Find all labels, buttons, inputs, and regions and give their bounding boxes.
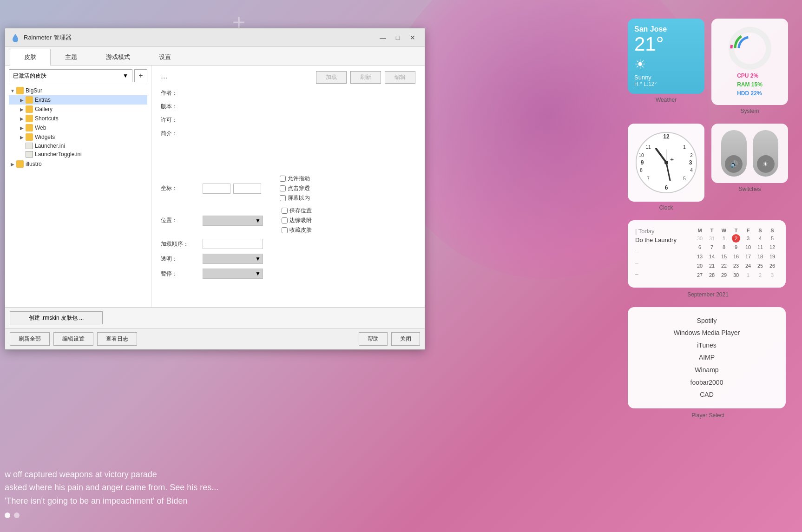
title-bar-left: Rainmeter 管理器 — [11, 33, 72, 42]
player-winamp[interactable]: Winamp — [637, 364, 776, 376]
tab-skins[interactable]: 皮肤 — [10, 49, 51, 66]
weather-city: San Jose — [634, 25, 698, 33]
tree-arrow-web: ▶ — [18, 125, 26, 131]
calendar-widget-wrapper: | Today Do the Laundry ––– MTWTFSS 30 31… — [628, 220, 788, 298]
allow-drag-label: 允许拖动 — [288, 175, 310, 183]
cal-dashes: ––– — [635, 246, 689, 280]
tree-item-launcher[interactable]: Launcher.ini — [9, 142, 147, 150]
minimize-button[interactable]: — — [376, 33, 389, 43]
favorite-checkbox[interactable] — [282, 227, 288, 233]
weather-temp: 21° — [634, 33, 698, 55]
snap-edges-checkbox[interactable] — [282, 217, 288, 223]
pause-dropdown[interactable]: ▼ — [203, 269, 263, 279]
shortcuts-folder-icon — [26, 115, 33, 122]
player-foobar[interactable]: foobar2000 — [637, 376, 776, 389]
load-button[interactable]: 加载 — [316, 71, 347, 84]
tab-settings[interactable]: 设置 — [145, 49, 185, 65]
coord-inputs — [203, 184, 261, 194]
tree-item-launchertoggle[interactable]: LauncherToggle.ini — [9, 150, 147, 158]
cal-row-5: 27282930 123 — [694, 271, 778, 280]
keep-on-screen-checkbox[interactable] — [280, 195, 286, 201]
dots-menu[interactable]: ... — [161, 71, 168, 84]
player-select-label: Player Select — [628, 412, 788, 419]
top-widgets-row: San Jose 21° ☀ Sunny H:° L:12° Weather — [628, 19, 788, 114]
weather-condition: Sunny — [634, 74, 698, 81]
skin-toolbar: 已激活的皮肤 ▼ + — [9, 69, 147, 82]
launchertoggle-label: LauncherToggle.ini — [35, 151, 82, 158]
tree-item-web[interactable]: ▶ Web — [9, 123, 147, 132]
tree-item-shortcuts[interactable]: ▶ Shortcuts — [9, 114, 147, 123]
license-label: 许可： — [161, 116, 198, 124]
allow-drag-checkbox[interactable] — [280, 176, 286, 182]
player-itunes[interactable]: iTunes — [637, 339, 776, 352]
tree-root-illustro[interactable]: ▶ illustro — [9, 159, 147, 169]
coord-y-input[interactable] — [233, 184, 261, 194]
volume-knob: 🔊 — [725, 155, 743, 173]
svg-text:4: 4 — [690, 168, 693, 173]
player-widget: Spotify Windows Media Player iTunes AIMP… — [628, 307, 786, 408]
news-dot-1[interactable] — [5, 512, 10, 518]
tree-item-gallery[interactable]: ▶ Gallery — [9, 105, 147, 114]
coord-x-input[interactable] — [203, 184, 230, 194]
create-rmskin-button[interactable]: 创建 .rmskin 皮肤包 ... — [10, 311, 103, 324]
tab-game-mode[interactable]: 游戏模式 — [92, 49, 145, 65]
weather-label: Weather — [628, 97, 704, 103]
save-position-checkbox[interactable] — [282, 208, 288, 214]
cal-row-3: 13141516171819 — [694, 252, 778, 262]
active-skins-dropdown[interactable]: 已激活的皮肤 ▼ — [9, 69, 132, 82]
cal-row-4: 20212223242526 — [694, 262, 778, 271]
calendar-widget: | Today Do the Laundry ––– MTWTFSS 30 31… — [628, 220, 786, 288]
refresh-button[interactable]: 刷新 — [350, 71, 381, 84]
edit-settings-button[interactable]: 编辑设置 — [53, 332, 93, 346]
news-dots — [5, 512, 797, 518]
load-order-input[interactable] — [203, 239, 263, 249]
switches-label: Switches — [711, 186, 788, 192]
add-skin-button[interactable]: + — [134, 69, 147, 82]
tree-item-widgets[interactable]: ▶ Widgets — [9, 132, 147, 142]
version-label: 版本： — [161, 103, 198, 111]
widgets-label: Widgets — [35, 134, 55, 140]
desc-row: 简介： — [161, 130, 415, 138]
tree-item-extras[interactable]: ▶ Extras — [9, 95, 147, 105]
close-window-button[interactable]: 关闭 — [391, 332, 420, 346]
position-row: 位置： ▼ 保存位置 边缘吸附 — [161, 207, 415, 234]
ram-stat: RAM 15% — [737, 80, 763, 89]
player-wmp[interactable]: Windows Media Player — [637, 327, 776, 339]
refresh-all-button[interactable]: 刷新全部 — [10, 332, 50, 346]
edit-button[interactable]: 编辑 — [385, 71, 415, 84]
tree-arrow-gallery: ▶ — [18, 107, 26, 112]
bigsur-folder-icon — [16, 87, 24, 94]
player-aimp[interactable]: AIMP — [637, 351, 776, 364]
transparency-dropdown[interactable]: ▼ — [203, 254, 263, 264]
extras-folder-icon — [26, 96, 33, 104]
footer-right: 帮助 关闭 — [359, 332, 420, 346]
maximize-button[interactable]: □ — [391, 33, 404, 43]
click-through-checkbox[interactable] — [280, 185, 286, 191]
checkboxes-col: 允许拖动 点击穿透 屏幕以内 — [280, 175, 310, 202]
checkboxes-col-2: 保存位置 边缘吸附 收藏皮肤 — [282, 207, 312, 234]
brightness-switch[interactable]: ☀ — [753, 130, 778, 177]
task-text: Do the Laundry — [635, 236, 689, 243]
system-label: System — [711, 108, 788, 114]
clock-face-svg: 12 3 6 9 1 2 4 5 7 8 10 11 — [634, 130, 699, 195]
tree-arrow-extras: ▶ — [18, 98, 26, 103]
system-widget: CPU 2% RAM 15% HDD 22% — [711, 19, 788, 105]
news-dot-2[interactable] — [14, 512, 20, 518]
help-button[interactable]: 帮助 — [359, 332, 388, 346]
volume-switch[interactable]: 🔊 — [721, 130, 747, 177]
shortcuts-label: Shortcuts — [35, 115, 59, 122]
svg-point-0 — [731, 30, 769, 67]
close-button[interactable]: ✕ — [406, 33, 419, 43]
calendar-month-label: September 2021 — [628, 291, 788, 298]
position-dropdown[interactable]: ▼ — [203, 216, 263, 226]
clock-widget: 12 3 6 9 1 2 4 5 7 8 10 11 — [628, 124, 704, 202]
tab-themes[interactable]: 主题 — [51, 49, 92, 65]
tree-root-bigsur[interactable]: ▼ BigSur — [9, 86, 147, 95]
footer-left: 刷新全部 编辑设置 查看日志 — [10, 332, 137, 346]
player-cad[interactable]: CAD — [637, 388, 776, 401]
illustro-label: illustro — [26, 161, 42, 167]
clock-widget-wrapper: 12 3 6 9 1 2 4 5 7 8 10 11 — [628, 124, 704, 211]
view-log-button[interactable]: 查看日志 — [97, 332, 137, 346]
player-spotify[interactable]: Spotify — [637, 315, 776, 327]
window-title: Rainmeter 管理器 — [24, 33, 72, 42]
